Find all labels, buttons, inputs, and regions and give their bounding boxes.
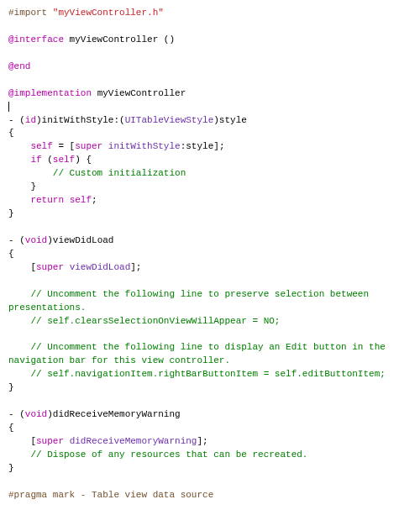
pragma-mark: #pragma mark - Table view data source xyxy=(8,490,213,500)
return-type: void xyxy=(25,235,47,245)
super-call: initWithStyle xyxy=(108,141,181,151)
interface-keyword: @interface xyxy=(8,34,64,45)
method-start: - ( xyxy=(8,235,25,245)
indent xyxy=(8,141,30,151)
comment: // Dispose of any resources that can be … xyxy=(8,450,307,460)
space xyxy=(102,141,108,151)
call-end: ]; xyxy=(130,262,141,272)
brace: } xyxy=(8,208,14,218)
brace: } xyxy=(8,463,14,473)
method-name: )viewDidLoad xyxy=(47,235,113,245)
method-start: - ( xyxy=(8,115,25,125)
text-cursor xyxy=(8,102,9,112)
super-kw: super xyxy=(36,436,64,446)
space xyxy=(64,262,70,272)
return-type: void xyxy=(25,409,47,419)
comment: // Uncomment the following line to prese… xyxy=(8,289,375,313)
brace: { xyxy=(8,128,14,138)
paren: ( xyxy=(42,155,53,165)
assign: = [ xyxy=(53,141,75,151)
brace: { xyxy=(8,249,14,259)
self-kw: self xyxy=(53,155,75,165)
return-type: id xyxy=(25,115,36,125)
super-kw: super xyxy=(36,262,64,272)
import-header: "myViewController.h" xyxy=(53,8,164,18)
comment: // self.clearsSelectionOnViewWillAppear … xyxy=(8,316,280,326)
comment: // self.navigationItem.rightBarButtonIte… xyxy=(8,369,386,379)
self-kw: self xyxy=(30,141,52,151)
end-keyword: @end xyxy=(8,61,30,71)
import-directive: #import xyxy=(8,8,53,18)
super-kw: super xyxy=(75,141,102,151)
super-call: didReceiveMemoryWarning xyxy=(70,436,197,446)
call-end: ]; xyxy=(197,436,207,446)
self-kw: self xyxy=(70,195,92,205)
return-kw: return xyxy=(30,195,64,205)
implementation-keyword: @implementation xyxy=(8,88,92,98)
brace: { xyxy=(8,423,14,433)
method-sig: )initWithStyle:( xyxy=(36,115,125,125)
space xyxy=(64,195,70,205)
interface-name: myViewController () xyxy=(64,34,175,45)
implementation-name: myViewController xyxy=(92,88,186,98)
comment: // Custom initialization xyxy=(8,168,186,178)
indent: [ xyxy=(8,262,36,272)
code-block: #import "myViewController.h" @interface … xyxy=(8,7,412,510)
indent xyxy=(8,195,30,205)
indent: [ xyxy=(8,436,36,446)
call-end: :style]; xyxy=(181,141,225,151)
brace-close: } xyxy=(8,181,36,192)
brace-open: ) { xyxy=(75,155,92,165)
param-type: UITableViewStyle xyxy=(125,115,214,125)
comment: // Uncomment the following line to displ… xyxy=(8,342,391,365)
space xyxy=(64,436,70,446)
semicolon: ; xyxy=(92,195,97,205)
indent xyxy=(8,155,30,165)
method-start: - ( xyxy=(8,409,25,419)
brace: } xyxy=(8,382,14,392)
super-call: viewDidLoad xyxy=(70,262,131,272)
method-sig-end: )style xyxy=(213,115,247,125)
method-name: )didReceiveMemoryWarning xyxy=(47,409,180,419)
if-kw: if xyxy=(30,155,41,165)
